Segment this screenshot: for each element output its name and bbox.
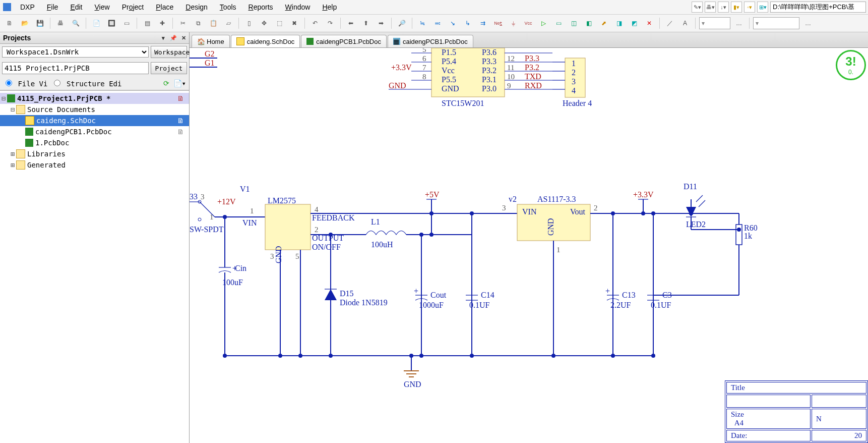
print-icon[interactable]: 🖶 (54, 17, 67, 30)
svg-point-166 (611, 354, 615, 358)
toolbar-pencil-icon[interactable]: ✎▾ (692, 2, 703, 13)
harness-conn-icon[interactable]: ◨ (612, 17, 626, 30)
toolbar-down-icon[interactable]: ↓▾ (718, 2, 729, 13)
menu-project[interactable]: Project (117, 2, 149, 13)
pcb-alt-icon: ▦ (393, 38, 400, 45)
tree-settings-icon[interactable]: 📄▾ (173, 79, 186, 87)
zoom-fit-icon[interactable]: 🔲 (105, 17, 118, 30)
toolbar-res-icon[interactable]: ▮▾ (731, 2, 742, 13)
tree-project-node[interactable]: ⊟ 4115_Project1.PrjPCB * 🗎 (0, 93, 189, 104)
cut-icon[interactable]: ✂ (176, 17, 190, 30)
zoom-sel-icon[interactable]: ▭ (120, 17, 133, 30)
wire-icon[interactable]: ≒ (416, 17, 429, 30)
tree-generated[interactable]: ⊞ Generated (0, 159, 189, 171)
menu-help[interactable]: Help (317, 2, 342, 13)
part-icon[interactable]: ▷ (537, 17, 550, 30)
vcc-icon[interactable]: Vcc (522, 17, 535, 30)
toolbar-cap-icon[interactable]: ◦▾ (744, 2, 755, 13)
copy-icon[interactable]: ⧉ (192, 17, 205, 30)
svg-point-163 (470, 354, 474, 358)
save-icon[interactable]: 💾 (33, 17, 46, 30)
menu-design[interactable]: Design (180, 2, 213, 13)
menu-place[interactable]: Place (151, 2, 178, 13)
tree-doc-pcb1[interactable]: caidengPCB1.PcbDoc 🗎 (0, 126, 189, 137)
new-doc-icon[interactable]: 🗎 (3, 17, 16, 30)
rubber-icon[interactable]: ▱ (222, 17, 235, 30)
svg-text:R60: R60 (744, 224, 758, 232)
deselect-icon[interactable]: ⬚ (273, 17, 286, 30)
toolbar-print-icon[interactable]: 🖶▾ (705, 2, 716, 13)
sheet-icon[interactable]: ▭ (552, 17, 565, 30)
workspace-select[interactable]: Workspace1.DsnWrk (2, 46, 149, 58)
svg-text:SW-SPDT: SW-SPDT (190, 225, 224, 234)
signal-icon[interactable]: ↳ (461, 17, 474, 30)
open-icon[interactable]: 📂 (18, 17, 31, 30)
svg-point-56 (198, 218, 201, 221)
nav-back-icon[interactable]: ⬅ (344, 17, 357, 30)
undo-icon[interactable]: ↶ (308, 17, 322, 30)
project-button[interactable]: Project (151, 62, 187, 74)
svg-text:C13: C13 (622, 291, 636, 299)
tab-pcb2[interactable]: ▦caidengPCB1.PcbDoc (388, 35, 473, 47)
panel-pin-icon[interactable]: 📌 (169, 34, 178, 42)
select-icon[interactable]: ▯ (242, 17, 256, 30)
combo-more2-icon[interactable]: … (801, 17, 815, 30)
scale-combo[interactable]: ▾ (753, 17, 799, 29)
move-icon[interactable]: ✥ (258, 17, 271, 30)
panel-close-icon[interactable]: ✕ (179, 34, 188, 42)
radio-file-view[interactable]: File Vi (3, 78, 47, 88)
busentry-icon[interactable]: ↘ (446, 17, 459, 30)
mode-combo[interactable]: ▾ (699, 17, 730, 29)
schematic-canvas[interactable]: 3! 0. G2 G1 P1.5 P5.4 Vcc P5.5 GND P3.6 … (190, 48, 868, 443)
menu-file[interactable]: File (42, 2, 64, 13)
port-icon[interactable]: ⬈ (597, 17, 610, 30)
menu-view[interactable]: View (90, 2, 115, 13)
gnd-icon[interactable]: ⏚ (507, 17, 520, 30)
preview-icon[interactable]: 🔍 (69, 17, 82, 30)
menu-edit[interactable]: Edit (65, 2, 87, 13)
redo-icon[interactable]: ↷ (324, 17, 337, 30)
file-path-box[interactable] (770, 2, 866, 13)
browse-icon[interactable]: 🔎 (395, 17, 408, 30)
tab-pcb1[interactable]: caidengPCB1.PcbDoc (301, 35, 387, 47)
toolbar-grid-icon[interactable]: ⊞▾ (757, 2, 768, 13)
tree-doc-pcb2[interactable]: 1.PcbDoc (0, 137, 189, 148)
tab-home[interactable]: 🏠Home (192, 35, 230, 47)
zoom-doc-icon[interactable]: 📄 (90, 17, 103, 30)
menu-tools[interactable]: Tools (215, 2, 241, 13)
tree-libraries[interactable]: ⊞ Libraries (0, 148, 189, 159)
paste-icon[interactable]: 📋 (207, 17, 220, 30)
noerp-icon[interactable]: ✕ (643, 17, 656, 30)
hierarchy-icon[interactable]: ▤ (141, 17, 154, 30)
line-icon[interactable]: ／ (663, 17, 676, 30)
nav-up-icon[interactable]: ⬆ (359, 17, 373, 30)
project-box[interactable] (2, 62, 149, 74)
svg-text:3: 3 (201, 193, 205, 201)
sheetentry-icon[interactable]: ◫ (567, 17, 580, 30)
nav-fwd-icon[interactable]: ➡ (375, 17, 388, 30)
combo-more-icon[interactable]: … (732, 17, 746, 30)
pcb-icon (306, 38, 314, 45)
panel-menu-icon[interactable]: ▾ (159, 34, 168, 42)
svg-text:v2: v2 (509, 195, 517, 203)
text-icon[interactable]: A (678, 17, 692, 30)
workspace-button[interactable]: Workspace (151, 46, 187, 58)
project-tree[interactable]: ⊟ 4115_Project1.PrjPCB * 🗎 ⊟ Source Docu… (0, 90, 189, 443)
cross-icon[interactable]: ✚ (156, 17, 169, 30)
tree-doc-schdoc[interactable]: caideng.SchDoc 🗎 (0, 115, 189, 126)
menu-window[interactable]: Window (280, 2, 316, 13)
tab-schdoc[interactable]: caideng.SchDoc (231, 35, 300, 47)
harness-icon[interactable]: ⇉ (476, 17, 489, 30)
harness-entry-icon[interactable]: ◩ (628, 17, 641, 30)
svg-line-143 (696, 195, 703, 202)
tree-refresh-icon[interactable]: ⟳ (163, 79, 169, 87)
clear-icon[interactable]: ✖ (288, 17, 301, 30)
bus-icon[interactable]: ≕ (431, 17, 444, 30)
tree-source-documents[interactable]: ⊟ Source Documents (0, 104, 189, 115)
device-sheet-icon[interactable]: ◧ (582, 17, 595, 30)
svg-text:2.2UF: 2.2UF (610, 301, 631, 309)
dxp-menu[interactable]: DXP (15, 2, 40, 13)
radio-structure-editor[interactable]: Structure Edi (51, 78, 121, 88)
menu-reports[interactable]: Reports (243, 2, 278, 13)
netlabel-icon[interactable]: Net̲ (491, 17, 505, 30)
